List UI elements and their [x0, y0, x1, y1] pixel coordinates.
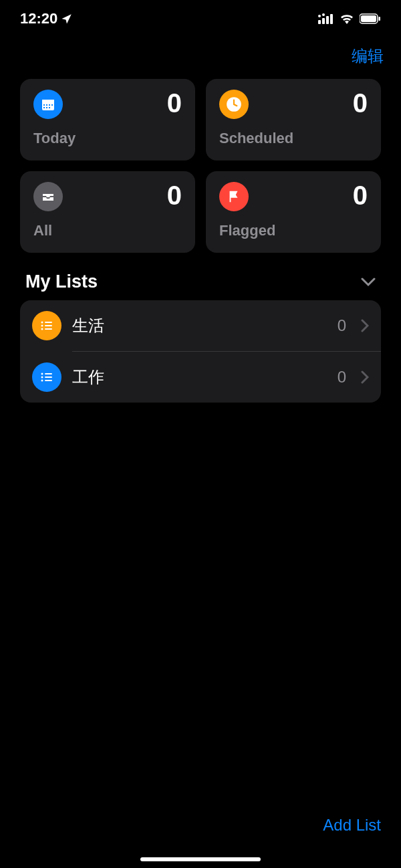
svg-rect-24 — [45, 328, 52, 330]
nav-bar: 编辑 — [0, 33, 401, 79]
list-item[interactable]: 生活 0 — [20, 300, 381, 351]
scheduled-label: Scheduled — [219, 130, 368, 147]
wifi-icon — [340, 13, 354, 24]
svg-point-19 — [41, 322, 43, 324]
svg-rect-11 — [43, 104, 45, 106]
list-name: 工作 — [72, 366, 327, 388]
flagged-label: Flagged — [219, 222, 368, 239]
svg-rect-10 — [42, 100, 54, 103]
today-count: 0 — [167, 90, 182, 116]
list-item[interactable]: 工作 0 — [20, 352, 381, 403]
status-time: 12:20 — [20, 10, 57, 27]
svg-point-25 — [41, 373, 43, 375]
status-time-area: 12:20 — [20, 10, 73, 27]
svg-point-29 — [41, 380, 43, 382]
battery-icon — [360, 13, 381, 24]
svg-rect-7 — [361, 15, 376, 22]
svg-rect-13 — [49, 104, 50, 106]
flagged-card[interactable]: 0 Flagged — [206, 171, 381, 253]
svg-rect-28 — [45, 376, 52, 378]
section-title: My Lists — [25, 272, 98, 292]
scheduled-card[interactable]: 0 Scheduled — [206, 79, 381, 160]
location-icon — [61, 13, 73, 25]
svg-rect-12 — [46, 104, 47, 106]
svg-rect-26 — [45, 373, 52, 374]
svg-rect-20 — [45, 322, 52, 323]
list-name: 生活 — [72, 315, 327, 336]
scheduled-count: 0 — [353, 90, 368, 116]
my-lists-header[interactable]: My Lists — [0, 253, 401, 300]
svg-rect-15 — [43, 107, 45, 108]
svg-point-5 — [322, 13, 325, 16]
add-list-button[interactable]: Add List — [323, 816, 381, 835]
list-icon — [32, 362, 61, 392]
clock-icon — [219, 90, 249, 119]
status-bar: 12:20 — [0, 0, 401, 33]
status-indicators — [318, 13, 381, 24]
svg-point-4 — [318, 15, 321, 17]
flag-icon — [219, 182, 249, 211]
chevron-right-icon — [361, 370, 369, 384]
all-count: 0 — [167, 182, 182, 209]
svg-rect-14 — [51, 104, 53, 106]
smart-lists-grid: 0 Today 0 Scheduled 0 All 0 Flagged — [0, 79, 401, 253]
svg-rect-17 — [49, 107, 50, 108]
cellular-icon — [318, 13, 334, 24]
inbox-icon — [33, 182, 63, 211]
chevron-down-icon — [361, 278, 376, 287]
flagged-count: 0 — [353, 182, 368, 209]
all-card[interactable]: 0 All — [20, 171, 195, 253]
list-icon — [32, 311, 61, 340]
svg-rect-2 — [326, 16, 329, 24]
svg-rect-8 — [379, 17, 381, 21]
svg-rect-22 — [45, 325, 52, 326]
today-card[interactable]: 0 Today — [20, 79, 195, 160]
svg-rect-3 — [330, 14, 333, 24]
all-label: All — [33, 222, 182, 239]
svg-point-23 — [41, 328, 43, 330]
chevron-right-icon — [361, 319, 369, 332]
today-label: Today — [33, 130, 182, 147]
svg-rect-0 — [318, 20, 321, 24]
edit-button[interactable]: 编辑 — [352, 45, 384, 67]
list-count: 0 — [338, 368, 346, 387]
svg-rect-16 — [46, 107, 47, 108]
svg-rect-30 — [45, 380, 52, 381]
svg-rect-1 — [322, 18, 325, 24]
my-lists-container: 生活 0 工作 0 — [20, 300, 381, 403]
calendar-icon — [33, 90, 63, 119]
svg-point-21 — [41, 325, 43, 327]
home-indicator[interactable] — [140, 857, 261, 861]
list-count: 0 — [338, 316, 346, 335]
svg-point-27 — [41, 376, 43, 378]
